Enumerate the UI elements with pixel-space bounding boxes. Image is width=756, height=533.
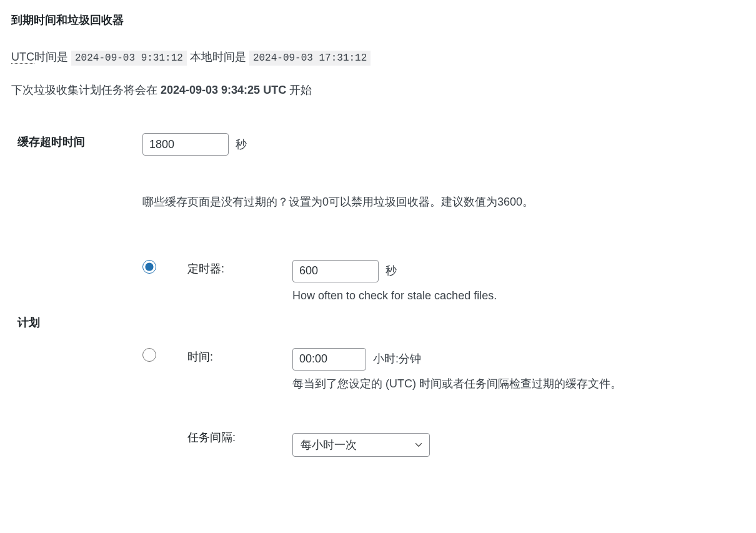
time-value-input[interactable] bbox=[292, 348, 366, 371]
next-gc-prefix: 下次垃圾收集计划任务将会在 bbox=[11, 84, 157, 96]
time-unit: 小时:分钟 bbox=[373, 352, 421, 365]
timer-label: 定时器: bbox=[187, 260, 292, 306]
next-gc-row: 下次垃圾收集计划任务将会在 2024-09-03 9:34:25 UTC 开始 bbox=[11, 81, 745, 99]
timer-value-input[interactable] bbox=[292, 260, 379, 282]
local-time-label: 本地时间是 bbox=[190, 51, 246, 63]
page-title: 到期时间和垃圾回收器 bbox=[11, 11, 745, 29]
timer-desc: How often to check for stale cached file… bbox=[292, 286, 739, 306]
utc-label: UTC bbox=[11, 51, 34, 64]
cache-timeout-help: 哪些缓存页面是没有过期的？设置为0可以禁用垃圾回收器。建议数值为3600。 bbox=[142, 193, 739, 211]
radio-timer[interactable] bbox=[142, 260, 156, 274]
timer-unit: 秒 bbox=[385, 264, 397, 277]
interval-label: 任务间隔: bbox=[187, 428, 292, 457]
next-gc-suffix: 开始 bbox=[289, 84, 312, 96]
interval-select[interactable]: 每小时一次 bbox=[292, 433, 430, 457]
cache-timeout-input[interactable] bbox=[142, 133, 229, 156]
schedule-label: 计划 bbox=[11, 245, 136, 472]
time-info-row: UTC时间是 2024-09-03 9:31:12 本地时间是 2024-09-… bbox=[11, 48, 745, 67]
time-desc: 每当到了您设定的 (UTC) 时间或者任务间隔检查过期的缓存文件。 bbox=[292, 374, 739, 394]
utc-time-value: 2024-09-03 9:31:12 bbox=[71, 51, 187, 66]
time-label: 时间: bbox=[187, 348, 292, 394]
local-time-value: 2024-09-03 17:31:12 bbox=[249, 51, 371, 66]
radio-time[interactable] bbox=[142, 348, 156, 362]
utc-suffix: 时间是 bbox=[34, 51, 68, 63]
cache-timeout-unit: 秒 bbox=[236, 138, 247, 151]
cache-timeout-label: 缓存超时时间 bbox=[11, 118, 136, 245]
next-gc-time: 2024-09-03 9:34:25 UTC bbox=[161, 84, 286, 96]
